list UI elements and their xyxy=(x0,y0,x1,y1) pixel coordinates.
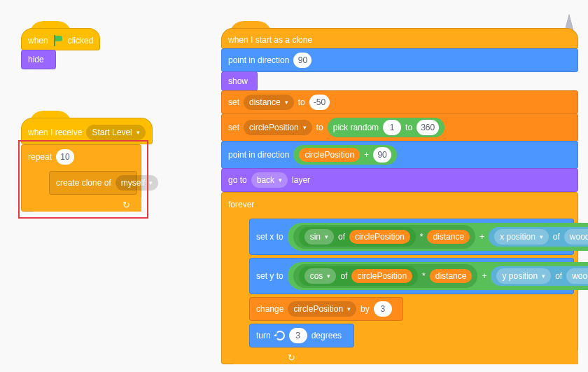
dropdown-prop-xpos[interactable]: x position xyxy=(494,229,549,244)
label: + xyxy=(479,232,484,242)
label: forever xyxy=(228,200,254,209)
repeat-arrow-icon: ↻ xyxy=(122,200,130,210)
reporter-ypos-of[interactable]: y position of wood xyxy=(491,266,588,286)
block-turn-cw[interactable]: turn 3 degrees xyxy=(249,324,354,347)
input-repeat-count[interactable]: 10 xyxy=(56,149,74,165)
label: when I start as a clone xyxy=(228,35,312,45)
reporter-xpos-of[interactable]: x position of wood xyxy=(489,227,588,247)
label: turn xyxy=(256,331,271,340)
dropdown-var-circle[interactable]: circlePosition xyxy=(288,301,356,317)
dropdown-message[interactable]: Start Level xyxy=(86,125,145,140)
script-stack-1[interactable]: when clicked hide xyxy=(21,28,100,69)
block-set-circleposition[interactable]: set circlePosition to pick random 1 to 3… xyxy=(221,113,578,142)
label: change xyxy=(256,304,284,314)
block-goto-layer[interactable]: go to back layer xyxy=(221,168,578,192)
label: create clone of xyxy=(56,178,111,188)
block-when-flag-clicked[interactable]: when clicked xyxy=(21,28,100,50)
block-repeat[interactable]: repeat 10 create clone of myself ↻ xyxy=(21,144,141,212)
label: when I receive xyxy=(28,128,82,137)
label: pick random xyxy=(333,123,379,132)
label: to xyxy=(316,123,323,132)
label: repeat xyxy=(28,152,52,162)
label: hide xyxy=(28,55,44,64)
input-change-val[interactable]: 3 xyxy=(374,301,392,317)
block-set-y[interactable]: set y to cos of circlePosition * distanc… xyxy=(249,258,574,294)
dropdown-layer[interactable]: back xyxy=(251,172,288,188)
label: by xyxy=(360,304,370,314)
input-plus-val[interactable]: 90 xyxy=(373,147,391,163)
label: set xyxy=(228,123,239,132)
reporter-var-distance[interactable]: distance xyxy=(427,230,470,244)
reporter-var-circle[interactable]: circlePosition xyxy=(299,148,360,162)
input-direction[interactable]: 90 xyxy=(293,53,312,68)
block-create-clone[interactable]: create clone of myself xyxy=(49,171,137,195)
block-when-receive[interactable]: when I receive Start Level xyxy=(21,118,153,144)
label: set x to xyxy=(256,232,284,242)
block-hide[interactable]: hide xyxy=(21,50,56,69)
block-set-distance[interactable]: set distance to -50 xyxy=(221,90,578,114)
reporter-var-circle[interactable]: circlePosition xyxy=(349,230,410,244)
label: set y to xyxy=(256,271,284,281)
label: clicked xyxy=(68,36,94,46)
block-show[interactable]: show xyxy=(221,71,258,91)
input-rand-lo[interactable]: 1 xyxy=(383,120,401,135)
forever-arrow-icon: ↻ xyxy=(288,352,295,363)
label: to xyxy=(405,123,412,132)
dropdown-sprite-wood[interactable]: wood xyxy=(566,268,588,284)
label: degrees xyxy=(312,331,342,340)
reporter-mul-y[interactable]: cos of circlePosition * distance xyxy=(293,264,478,288)
reporter-pick-random[interactable]: pick random 1 to 360 xyxy=(328,118,444,137)
dropdown-var-circle[interactable]: circlePosition xyxy=(244,120,312,135)
dropdown-clone-target[interactable]: myself xyxy=(115,175,159,191)
label: + xyxy=(364,150,369,160)
block-forever[interactable]: forever set x to sin of circlePosition * xyxy=(221,192,578,364)
dropdown-mathop-cos[interactable]: cos xyxy=(304,268,337,284)
reporter-var-circle[interactable]: circlePosition xyxy=(351,269,412,283)
clockwise-icon xyxy=(275,331,285,340)
block-point-direction[interactable]: point in direction 90 xyxy=(221,48,578,72)
block-set-x[interactable]: set x to sin of circlePosition * distanc… xyxy=(249,219,574,255)
dropdown-var-distance[interactable]: distance xyxy=(244,95,294,110)
label: of xyxy=(338,232,345,242)
script-stack-3[interactable]: when I start as a clone point in directi… xyxy=(221,28,578,364)
dropdown-sprite-wood[interactable]: wood xyxy=(564,229,588,244)
script-stack-2[interactable]: when I receive Start Level repeat 10 cre… xyxy=(21,118,153,212)
reporter-add-y[interactable]: cos of circlePosition * distance + y pos… xyxy=(288,262,588,290)
input-turn-val[interactable]: 3 xyxy=(289,328,307,343)
label: when xyxy=(28,36,48,46)
label: point in direction xyxy=(228,150,289,160)
label: layer xyxy=(292,175,310,185)
label: of xyxy=(340,271,347,281)
reporter-add-x[interactable]: sin of circlePosition * distance + x pos… xyxy=(288,223,588,251)
label: show xyxy=(228,76,248,86)
reporter-add[interactable]: circlePosition + 90 xyxy=(293,145,397,165)
label: go to xyxy=(228,175,247,185)
label: set xyxy=(228,97,239,107)
label: * xyxy=(422,271,426,281)
label: point in direction xyxy=(228,55,289,65)
label: + xyxy=(482,271,486,281)
reporter-var-distance[interactable]: distance xyxy=(430,269,472,283)
label: * xyxy=(420,232,424,242)
block-change-var[interactable]: change circlePosition by 3 xyxy=(249,297,403,321)
label: of xyxy=(555,271,562,281)
reporter-sin[interactable]: sin of circlePosition xyxy=(299,227,416,247)
block-when-start-clone[interactable]: when I start as a clone xyxy=(221,28,578,49)
input-rand-hi[interactable]: 360 xyxy=(416,120,439,135)
dropdown-mathop-sin[interactable]: sin xyxy=(304,229,334,244)
input-distance-val[interactable]: -50 xyxy=(309,95,330,110)
label: to xyxy=(298,97,305,107)
reporter-mul-x[interactable]: sin of circlePosition * distance xyxy=(293,225,475,249)
dropdown-prop-ypos[interactable]: y position xyxy=(496,268,551,284)
green-flag-icon xyxy=(52,35,64,46)
block-point-direction-expr[interactable]: point in direction circlePosition + 90 xyxy=(221,141,578,169)
label: of xyxy=(553,232,560,242)
reporter-cos[interactable]: cos of circlePosition xyxy=(299,266,418,286)
